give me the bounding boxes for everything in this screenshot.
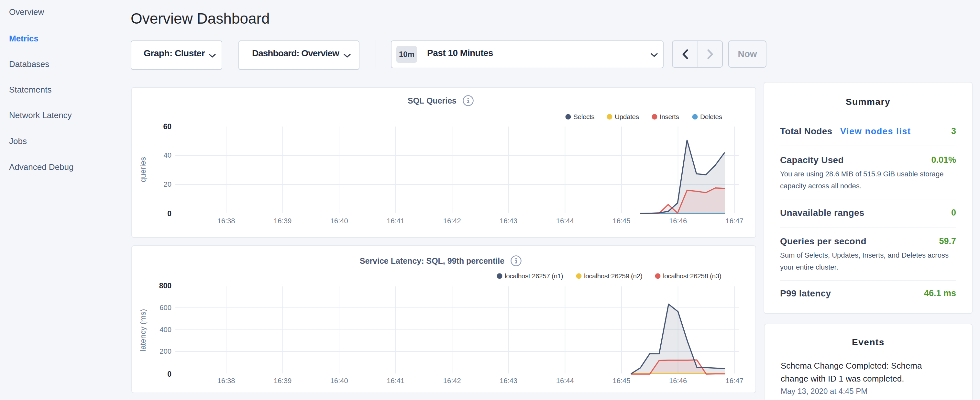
svg-text:16:45: 16:45	[612, 377, 630, 385]
svg-text:Inserts: Inserts	[660, 113, 679, 120]
svg-text:localhost:26257 (n1): localhost:26257 (n1)	[505, 272, 563, 280]
svg-text:16:43: 16:43	[500, 377, 517, 385]
svg-text:16:42: 16:42	[443, 377, 461, 385]
svg-text:Deletes: Deletes	[700, 113, 722, 120]
svg-text:800: 800	[159, 282, 172, 290]
svg-text:16:47: 16:47	[726, 217, 743, 225]
svg-text:40: 40	[164, 151, 172, 159]
svg-text:Selects: Selects	[573, 113, 594, 120]
svg-text:16:41: 16:41	[387, 217, 404, 225]
svg-text:16:44: 16:44	[556, 217, 574, 225]
svg-text:16:39: 16:39	[274, 217, 291, 225]
svg-text:16:38: 16:38	[217, 377, 235, 385]
svg-text:60: 60	[163, 122, 172, 131]
svg-text:0: 0	[167, 370, 172, 378]
svg-text:16:46: 16:46	[669, 217, 687, 225]
svg-text:20: 20	[164, 180, 172, 188]
svg-text:latency (ms): latency (ms)	[138, 309, 147, 351]
svg-text:16:41: 16:41	[387, 377, 404, 385]
svg-text:Updates: Updates	[615, 113, 639, 120]
svg-text:queries: queries	[138, 157, 147, 183]
svg-text:600: 600	[159, 304, 172, 312]
svg-text:16:39: 16:39	[274, 377, 291, 385]
svg-text:localhost:26258 (n3): localhost:26258 (n3)	[663, 272, 721, 280]
svg-text:400: 400	[159, 325, 172, 334]
svg-text:16:45: 16:45	[612, 217, 630, 225]
svg-text:16:46: 16:46	[669, 377, 687, 385]
svg-text:16:40: 16:40	[330, 377, 348, 385]
svg-text:16:42: 16:42	[443, 217, 461, 225]
svg-text:16:44: 16:44	[556, 377, 574, 385]
svg-text:16:43: 16:43	[500, 217, 517, 225]
svg-text:16:38: 16:38	[217, 217, 235, 225]
svg-text:16:47: 16:47	[726, 377, 743, 385]
svg-text:localhost:26259 (n2): localhost:26259 (n2)	[584, 272, 642, 280]
svg-text:16:40: 16:40	[330, 217, 348, 225]
svg-text:200: 200	[159, 347, 172, 355]
svg-text:0: 0	[167, 209, 172, 218]
